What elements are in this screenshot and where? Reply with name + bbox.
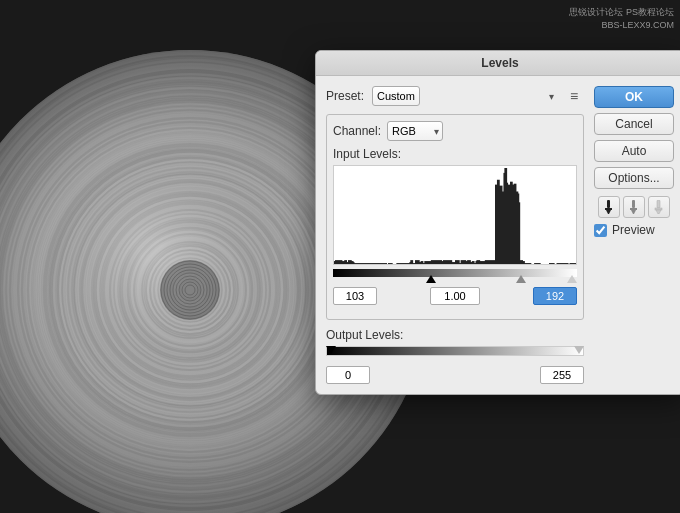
dialog-titlebar: Levels bbox=[316, 51, 680, 76]
dialog-left-panel: Preset: Custom ≡ Channel: RGB Red bbox=[326, 86, 584, 384]
dialog-right-panel: OK Cancel Auto Options... bbox=[594, 86, 674, 384]
input-black-value[interactable] bbox=[333, 287, 377, 305]
output-black-value[interactable] bbox=[326, 366, 370, 384]
input-black-thumb[interactable] bbox=[426, 275, 436, 283]
white-eyedropper-icon bbox=[652, 200, 666, 214]
preview-label[interactable]: Preview bbox=[612, 223, 655, 237]
preset-row: Preset: Custom ≡ bbox=[326, 86, 584, 106]
channel-select-wrapper: RGB Red Green Blue bbox=[387, 121, 443, 141]
input-white-value[interactable] bbox=[533, 287, 577, 305]
output-values-row bbox=[326, 366, 584, 384]
svg-marker-5 bbox=[631, 210, 636, 214]
preview-checkbox[interactable] bbox=[594, 224, 607, 237]
svg-rect-4 bbox=[630, 208, 637, 210]
preset-menu-button[interactable]: ≡ bbox=[564, 86, 584, 106]
preset-select[interactable]: Custom bbox=[372, 86, 420, 106]
svg-marker-2 bbox=[606, 210, 611, 214]
input-mid-value[interactable] bbox=[430, 287, 480, 305]
svg-rect-6 bbox=[657, 200, 660, 208]
levels-dialog: Levels Preset: Custom ≡ Channel: bbox=[315, 50, 680, 395]
auto-button[interactable]: Auto bbox=[594, 140, 674, 162]
white-eyedropper-button[interactable] bbox=[648, 196, 670, 218]
channel-label: Channel: bbox=[333, 124, 381, 138]
eyedroppers-row bbox=[594, 196, 674, 218]
preview-row: Preview bbox=[594, 223, 674, 237]
svg-rect-0 bbox=[607, 200, 610, 208]
cancel-button[interactable]: Cancel bbox=[594, 113, 674, 135]
output-levels-label: Output Levels: bbox=[326, 328, 584, 342]
svg-rect-3 bbox=[632, 200, 635, 208]
input-white-thumb[interactable] bbox=[567, 275, 577, 283]
black-eyedropper-icon bbox=[602, 200, 616, 214]
options-button[interactable]: Options... bbox=[594, 167, 674, 189]
gray-eyedropper-button[interactable] bbox=[623, 196, 645, 218]
ok-button[interactable]: OK bbox=[594, 86, 674, 108]
output-white-thumb[interactable] bbox=[574, 346, 584, 354]
preset-select-wrapper: Custom bbox=[372, 86, 558, 106]
output-levels-section: Output Levels: bbox=[326, 328, 584, 384]
input-mid-thumb[interactable] bbox=[516, 275, 526, 283]
output-white-value[interactable] bbox=[540, 366, 584, 384]
gray-eyedropper-icon bbox=[627, 200, 641, 214]
svg-rect-7 bbox=[655, 208, 662, 210]
svg-marker-8 bbox=[656, 210, 661, 214]
channel-select[interactable]: RGB Red Green Blue bbox=[387, 121, 443, 141]
svg-rect-1 bbox=[605, 208, 612, 210]
input-slider-track bbox=[333, 269, 577, 283]
input-values-row bbox=[333, 287, 577, 305]
output-black-thumb[interactable] bbox=[326, 346, 336, 354]
histogram-container bbox=[333, 165, 577, 265]
input-levels-label: Input Levels: bbox=[333, 147, 577, 161]
channel-row: Channel: RGB Red Green Blue bbox=[333, 121, 577, 141]
channel-section: Channel: RGB Red Green Blue Input Levels… bbox=[326, 114, 584, 320]
black-eyedropper-button[interactable] bbox=[598, 196, 620, 218]
preset-label: Preset: bbox=[326, 89, 366, 103]
dialog-title: Levels bbox=[481, 56, 518, 70]
output-slider-track bbox=[326, 346, 584, 362]
